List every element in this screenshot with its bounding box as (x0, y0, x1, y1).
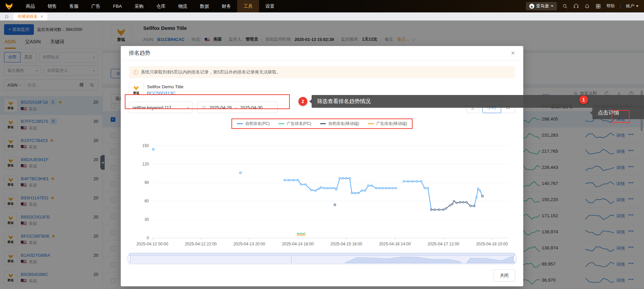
marketplace-switcher[interactable]: a 亚马逊 (526, 2, 557, 10)
legend-dash-icon (237, 123, 243, 124)
svg-text:60: 60 (145, 199, 149, 203)
headset-icon[interactable] (573, 3, 579, 9)
home-icon (4, 14, 9, 19)
marketplace-label: 亚马逊 (536, 3, 549, 9)
brush-handle-right[interactable] (514, 255, 516, 262)
svg-text:0: 0 (147, 236, 149, 240)
chart-brush-slider[interactable] (129, 253, 515, 264)
warning-icon: ! (133, 70, 138, 75)
modal-title: 排名趋势 (129, 50, 150, 57)
nav-menu-item[interactable]: 物流 (172, 0, 194, 12)
legend-dash-icon (278, 123, 284, 124)
annotation-box-detail (611, 110, 630, 123)
legend-dash-icon (320, 123, 326, 124)
tab-keyword-ranking[interactable]: 关键词排名 ✕ (13, 12, 47, 20)
nav-menu-item[interactable]: 工具 (237, 0, 259, 12)
nav-menu-item[interactable]: 仓库 (150, 0, 172, 12)
nav-menu-item[interactable]: 数据 (194, 0, 215, 12)
svg-text:2025-04-13 20:00: 2025-04-13 20:00 (233, 242, 265, 246)
apps-grid-icon[interactable] (595, 3, 601, 9)
chart-legend: 自然排名(PC)广告排名(PC)自然排名(移动端)广告排名(移动端) (231, 118, 412, 129)
home-button[interactable] (0, 12, 13, 20)
warning-banner: ! 系统只获取到前5页以内的排名记录，第5页以外的排名记录将无法获取。 (129, 66, 515, 78)
topnav-right: a 亚马逊 帮助 账户 (526, 2, 644, 10)
amazon-icon: a (529, 4, 534, 9)
nav-menu-item[interactable]: 设置 (259, 0, 281, 12)
nav-menu-item[interactable]: 广告 (85, 0, 107, 12)
svg-text:2025-04-17 12:00: 2025-04-17 12:00 (428, 242, 460, 246)
brush-mini-chart (129, 253, 515, 264)
brush-handle-left[interactable] (128, 255, 130, 262)
brush-marker (291, 256, 291, 263)
svg-text:30: 30 (145, 217, 149, 222)
product-title: Sellfox Demo Title (147, 84, 183, 89)
close-button[interactable]: 关闭 (493, 270, 515, 282)
svg-text:2025-04-18 10:00: 2025-04-18 10:00 (476, 242, 508, 246)
svg-text:2025-04-12 22:00: 2025-04-12 22:00 (185, 242, 217, 246)
legend-item[interactable]: 自然排名(移动端) (320, 121, 359, 127)
top-nav: 商品 销售 客服 广告 FBA 采购 仓库 物流 数据 财务 工具 设置 a 亚… (0, 0, 644, 12)
chevron-down-icon (551, 5, 553, 7)
chevron-down-icon (636, 5, 639, 7)
nav-menu-item[interactable]: 财务 (215, 0, 237, 12)
svg-text:90: 90 (145, 180, 149, 185)
annotation-box-filters (125, 94, 290, 109)
close-icon[interactable]: ✕ (511, 50, 515, 56)
trend-chart: 03060901201502025-04-12 00:002025-04-12 … (129, 130, 515, 247)
svg-text:120: 120 (142, 162, 149, 166)
account-menu[interactable]: 账户 (626, 3, 639, 9)
nav-menu-item[interactable]: 商品 (19, 0, 41, 12)
rank-trend-modal: 排名趋势 ✕ ! 系统只获取到前5页以内的排名记录，第5页以外的排名记录将无法获… (121, 46, 523, 286)
annotation-step-1-badge: 1 (579, 95, 588, 104)
legend-item[interactable]: 自然排名(PC) (237, 121, 270, 127)
svg-text:2025-04-14 18:00: 2025-04-14 18:00 (282, 242, 314, 246)
nav-menu-item[interactable]: 销售 (41, 0, 63, 12)
svg-text:150: 150 (142, 143, 149, 148)
annotation-step-2-tooltip: 筛选查看排名趋势情况 (312, 95, 644, 108)
nav-menu-item[interactable]: 采购 (128, 0, 150, 12)
bell-icon[interactable] (584, 3, 590, 9)
legend-dash-icon (368, 123, 374, 124)
nav-menu-item[interactable]: 客服 (63, 0, 85, 12)
chart-area: 03060901201502025-04-12 00:002025-04-12 … (129, 130, 523, 248)
tab-bar: 关键词排名 ✕ (0, 12, 644, 20)
divider (620, 4, 621, 9)
legend-item[interactable]: 广告排名(PC) (278, 121, 311, 127)
fox-logo-icon (132, 85, 140, 91)
annotation-step-2-badge: 2 (299, 97, 307, 106)
svg-text:2025-04-15 16:00: 2025-04-15 16:00 (330, 242, 362, 246)
close-tab-icon[interactable]: ✕ (40, 14, 43, 19)
svg-text:2025-04-16 14:00: 2025-04-16 14:00 (379, 242, 411, 246)
help-link[interactable]: 帮助 (606, 3, 615, 9)
main-menu: 商品 销售 客服 广告 FBA 采购 仓库 物流 数据 财务 工具 设置 (19, 0, 281, 12)
svg-text:2025-04-12 00:00: 2025-04-12 00:00 (137, 242, 168, 246)
fox-logo-icon[interactable] (5, 2, 13, 11)
search-icon[interactable] (562, 3, 568, 9)
nav-menu-item[interactable]: FBA (107, 0, 128, 12)
legend-item[interactable]: 广告排名(移动端) (368, 121, 407, 127)
